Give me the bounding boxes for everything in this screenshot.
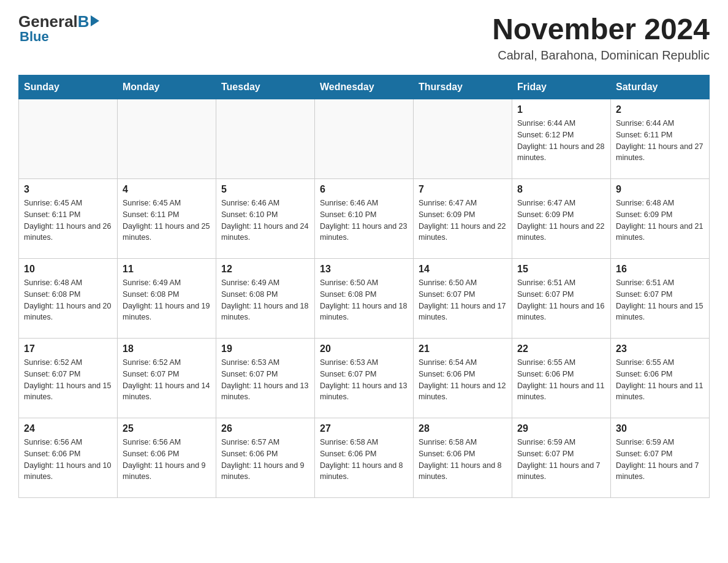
table-row: 2Sunrise: 6:44 AMSunset: 6:11 PMDaylight… [611,99,710,179]
day-number: 22 [517,343,605,354]
day-number: 25 [123,423,211,434]
day-number: 26 [221,423,309,434]
calendar-week-row: 17Sunrise: 6:52 AMSunset: 6:07 PMDayligh… [19,339,710,418]
table-row: 11Sunrise: 6:49 AMSunset: 6:08 PMDayligh… [118,259,216,339]
day-info: Sunrise: 6:47 AMSunset: 6:09 PMDaylight:… [517,197,605,243]
day-info: Sunrise: 6:56 AMSunset: 6:06 PMDaylight:… [24,437,112,483]
day-number: 29 [517,423,605,434]
day-number: 6 [320,184,408,195]
table-row: 1Sunrise: 6:44 AMSunset: 6:12 PMDaylight… [512,99,611,179]
day-number: 2 [616,104,704,115]
day-number: 20 [320,343,408,354]
table-row: 8Sunrise: 6:47 AMSunset: 6:09 PMDaylight… [512,179,611,259]
day-info: Sunrise: 6:55 AMSunset: 6:06 PMDaylight:… [616,357,704,403]
day-info: Sunrise: 6:52 AMSunset: 6:07 PMDaylight:… [123,357,211,403]
location-title: Cabral, Barahona, Dominican Republic [492,48,710,63]
table-row [315,99,414,179]
day-number: 21 [419,343,507,354]
day-info: Sunrise: 6:58 AMSunset: 6:06 PMDaylight:… [419,437,507,483]
day-info: Sunrise: 6:48 AMSunset: 6:09 PMDaylight:… [616,197,704,243]
day-number: 19 [221,343,309,354]
day-number: 30 [616,423,704,434]
month-title: November 2024 [492,12,710,46]
day-number: 3 [24,184,112,195]
table-row [216,99,315,179]
day-info: Sunrise: 6:52 AMSunset: 6:07 PMDaylight:… [24,357,112,403]
table-row: 12Sunrise: 6:49 AMSunset: 6:08 PMDayligh… [216,259,315,339]
day-info: Sunrise: 6:51 AMSunset: 6:07 PMDaylight:… [616,277,704,323]
day-number: 14 [419,264,507,275]
table-row: 7Sunrise: 6:47 AMSunset: 6:09 PMDaylight… [414,179,512,259]
table-row: 15Sunrise: 6:51 AMSunset: 6:07 PMDayligh… [512,259,611,339]
day-info: Sunrise: 6:44 AMSunset: 6:11 PMDaylight:… [616,118,704,164]
day-info: Sunrise: 6:51 AMSunset: 6:07 PMDaylight:… [517,277,605,323]
day-info: Sunrise: 6:53 AMSunset: 6:07 PMDaylight:… [221,357,309,403]
logo-arrow-icon [91,15,99,26]
day-info: Sunrise: 6:45 AMSunset: 6:11 PMDaylight:… [24,197,112,243]
table-row [118,99,216,179]
table-row [414,99,512,179]
col-monday: Monday [118,75,216,99]
calendar-week-row: 24Sunrise: 6:56 AMSunset: 6:06 PMDayligh… [19,418,710,498]
day-number: 7 [419,184,507,195]
day-info: Sunrise: 6:45 AMSunset: 6:11 PMDaylight:… [123,197,211,243]
table-row: 29Sunrise: 6:59 AMSunset: 6:07 PMDayligh… [512,418,611,498]
day-info: Sunrise: 6:48 AMSunset: 6:08 PMDaylight:… [24,277,112,323]
calendar-header-row: Sunday Monday Tuesday Wednesday Thursday… [19,75,710,99]
col-sunday: Sunday [19,75,118,99]
calendar-week-row: 3Sunrise: 6:45 AMSunset: 6:11 PMDaylight… [19,179,710,259]
day-info: Sunrise: 6:44 AMSunset: 6:12 PMDaylight:… [517,118,605,164]
table-row: 17Sunrise: 6:52 AMSunset: 6:07 PMDayligh… [19,339,118,418]
table-row: 3Sunrise: 6:45 AMSunset: 6:11 PMDaylight… [19,179,118,259]
day-number: 10 [24,264,112,275]
day-info: Sunrise: 6:49 AMSunset: 6:08 PMDaylight:… [123,277,211,323]
day-number: 4 [123,184,211,195]
table-row: 24Sunrise: 6:56 AMSunset: 6:06 PMDayligh… [19,418,118,498]
logo-b: B [78,12,89,31]
day-number: 9 [616,184,704,195]
day-info: Sunrise: 6:57 AMSunset: 6:06 PMDaylight:… [221,437,309,483]
day-info: Sunrise: 6:47 AMSunset: 6:09 PMDaylight:… [419,197,507,243]
day-info: Sunrise: 6:54 AMSunset: 6:06 PMDaylight:… [419,357,507,403]
day-info: Sunrise: 6:58 AMSunset: 6:06 PMDaylight:… [320,437,408,483]
table-row: 27Sunrise: 6:58 AMSunset: 6:06 PMDayligh… [315,418,414,498]
day-number: 12 [221,264,309,275]
day-number: 8 [517,184,605,195]
table-row: 23Sunrise: 6:55 AMSunset: 6:06 PMDayligh… [611,339,710,418]
table-row: 18Sunrise: 6:52 AMSunset: 6:07 PMDayligh… [118,339,216,418]
col-wednesday: Wednesday [315,75,414,99]
table-row: 5Sunrise: 6:46 AMSunset: 6:10 PMDaylight… [216,179,315,259]
page-header: General B Blue November 2024 Cabral, Bar… [18,12,710,63]
day-number: 5 [221,184,309,195]
table-row: 4Sunrise: 6:45 AMSunset: 6:11 PMDaylight… [118,179,216,259]
day-number: 27 [320,423,408,434]
day-info: Sunrise: 6:55 AMSunset: 6:06 PMDaylight:… [517,357,605,403]
table-row: 19Sunrise: 6:53 AMSunset: 6:07 PMDayligh… [216,339,315,418]
calendar-week-row: 1Sunrise: 6:44 AMSunset: 6:12 PMDaylight… [19,99,710,179]
day-info: Sunrise: 6:49 AMSunset: 6:08 PMDaylight:… [221,277,309,323]
calendar-week-row: 10Sunrise: 6:48 AMSunset: 6:08 PMDayligh… [19,259,710,339]
day-info: Sunrise: 6:56 AMSunset: 6:06 PMDaylight:… [123,437,211,483]
table-row: 25Sunrise: 6:56 AMSunset: 6:06 PMDayligh… [118,418,216,498]
logo: General B Blue [18,12,99,45]
col-friday: Friday [512,75,611,99]
col-thursday: Thursday [414,75,512,99]
table-row: 20Sunrise: 6:53 AMSunset: 6:07 PMDayligh… [315,339,414,418]
day-number: 1 [517,104,605,115]
day-info: Sunrise: 6:50 AMSunset: 6:08 PMDaylight:… [320,277,408,323]
day-info: Sunrise: 6:46 AMSunset: 6:10 PMDaylight:… [221,197,309,243]
table-row [19,99,118,179]
day-number: 13 [320,264,408,275]
day-info: Sunrise: 6:46 AMSunset: 6:10 PMDaylight:… [320,197,408,243]
day-number: 24 [24,423,112,434]
table-row: 28Sunrise: 6:58 AMSunset: 6:06 PMDayligh… [414,418,512,498]
day-number: 15 [517,264,605,275]
day-number: 16 [616,264,704,275]
day-number: 17 [24,343,112,354]
day-number: 28 [419,423,507,434]
table-row: 16Sunrise: 6:51 AMSunset: 6:07 PMDayligh… [611,259,710,339]
table-row: 13Sunrise: 6:50 AMSunset: 6:08 PMDayligh… [315,259,414,339]
title-block: November 2024 Cabral, Barahona, Dominica… [492,12,710,63]
table-row: 10Sunrise: 6:48 AMSunset: 6:08 PMDayligh… [19,259,118,339]
day-number: 18 [123,343,211,354]
